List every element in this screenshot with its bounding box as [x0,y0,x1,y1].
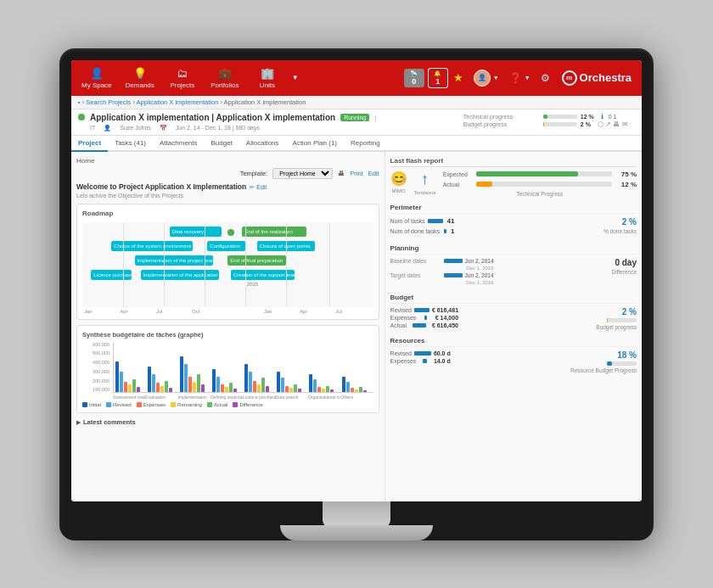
template-label: Template: [240,170,268,177]
num-done-bar [444,229,446,233]
mimo-label: MIMO [391,188,405,193]
tab-tasks[interactable]: Tasks (41) [108,136,153,152]
bar-group-2 [148,367,177,392]
bar-7-1 [309,374,312,392]
legend-expenses: Expenses [137,402,166,407]
bar-5-5 [261,378,265,392]
flash-progress-area: Expected 75 % Actual [443,171,637,197]
resources-title: Resources [390,337,637,347]
tab-attachments[interactable]: Attachments [153,136,204,152]
tab-reporting[interactable]: Reporting [344,136,387,152]
legend-label-initial: Initial [89,402,101,407]
bar-2-3 [156,383,160,392]
legend-label-remaining: Remaining [177,402,202,407]
legend-dot-initial [82,402,87,407]
resources-content: Revised 60.0 d Expenses 14.0 d [390,350,637,373]
y-axis: 600,000 500,000 400,000 300,000 200,000 … [82,342,109,393]
planning-diff-area: 0 day Difference [611,258,637,287]
tech-progress-pct: 12 % [581,114,594,120]
budget-actual-label: Actual [390,322,407,328]
bar-group-5 [244,364,274,392]
edit-link[interactable]: Edit [368,170,379,177]
bar-4-6 [233,389,237,392]
nav-demands-label: Demands [126,81,154,89]
bar-4-4 [225,387,228,392]
share-icon[interactable]: ⬡ ↗ 🖶 ✉ : [598,120,632,128]
legend-remaining: Remaining [171,402,202,407]
grid-line-4 [245,222,246,307]
tab-project[interactable]: Project [71,136,108,152]
mimo-area: 😊 MIMO [390,171,407,193]
tab-allocations[interactable]: Allocations [239,136,286,152]
nav-units-label: Units [260,81,275,89]
resources-section: Resources Revised 60.0 d Expen [390,337,637,373]
x-axis-labels: Assessment roadmap Evaluation Implementa… [113,395,373,400]
budget-pct-area: 2 % Budget progress [596,307,637,330]
actual-fill [476,182,492,187]
tech-progress-bar [543,115,577,119]
my-space-icon: 👤 [90,67,104,80]
nav-more[interactable]: ▼ [289,60,302,96]
tab-budget[interactable]: Budget [205,136,239,152]
expected-bar [476,171,612,176]
gantt-bar-1: Data recovery [170,227,222,237]
perimeter-section: Perimeter Num of tasks 41 Num [390,204,637,238]
resources-pct: 18 % [617,350,637,360]
nav-demands[interactable]: 💡 Demands [119,60,161,96]
legend-dot-remaining [171,402,176,407]
legend-label-revised: Revised [113,402,132,407]
bar-2-6 [169,388,172,392]
target-label: Target dates [390,272,441,278]
tab-action-plan[interactable]: Action Plan (1) [286,136,344,152]
welcome-section: Welcome to Project Application X Impleme… [76,182,379,199]
nav-projects[interactable]: 🗂 Projects [161,60,204,96]
favorites-button[interactable]: ★ [448,60,469,96]
notification-badge[interactable]: 🔔 1 [428,68,448,88]
help-button[interactable]: ❓ ▼ [504,60,536,96]
roadmap-timeline: JanAprJulOctJanAprJul [82,309,373,314]
legend-label-difference: Difference [239,402,262,407]
roadmap-title: Roadmap [82,210,373,217]
nav-units[interactable]: 🏢 Units [246,60,289,96]
flash-report-content: 😊 MIMO ↑ Tendance Expected [390,171,637,197]
bar-2-2 [152,374,155,392]
budget-progress-bar-outer [607,318,637,322]
bar-6-2 [281,378,284,392]
gantt-chart: Data recovery End of the realization Cho… [82,222,373,307]
project-header-inner: Application X implementation | Applicati… [78,113,635,132]
brand-name: Orchestra [580,71,632,84]
home-link[interactable]: ▪ [78,98,81,106]
actual-bar [476,182,612,187]
user-menu[interactable]: 👤 ▼ [469,60,504,96]
rss-badge[interactable]: 📡 0 [404,69,424,87]
num-done-value: 1 [451,227,454,235]
project-dates: Jun 2, 14 - Dec 1, 18 | 680 days [176,125,260,132]
projects-icon: 🗂 [177,67,188,80]
nav-my-space[interactable]: 👤 My Space [75,60,119,96]
bar-4-3 [221,384,224,392]
bar-group-7 [309,374,339,392]
bar-3-5 [197,374,200,392]
resources-expenses-bar [423,359,427,363]
resources-pct-row: 18 % [617,350,637,360]
units-icon: 🏢 [261,67,274,80]
welcome-title: Welcome to Project Application X Impleme… [76,182,246,191]
nav-portfolios-label: Portfolios [211,81,239,89]
template-select[interactable]: Project Home [272,168,333,179]
settings-button[interactable]: ⚙ [536,60,555,96]
welcome-subtitle: Lets achive the Objective of this Projec… [76,193,379,199]
search-projects-link[interactable]: Search Projects [86,98,131,106]
project-link[interactable]: Application X implementation [137,98,219,106]
bar-2-4 [160,386,164,392]
print-link[interactable]: Print [350,170,362,177]
comments-toggle[interactable]: ▶ Latest comments [76,418,379,428]
nav-portfolios[interactable]: 💼 Portfolios [204,60,246,96]
budget-progress-label-text: Budget progress [596,324,637,330]
legend-actual: Actual [207,402,228,407]
edit-welcome-link[interactable]: ✏ Edit [250,184,267,191]
chevron-down-icon: ▼ [292,74,299,81]
resources-expenses-value: 14.0 d [434,358,451,364]
target-start: Jun 2, 2014 [465,272,494,278]
info-icon[interactable]: ℹ [601,113,604,120]
resources-revised-row: Revised 60.0 d [390,350,451,356]
